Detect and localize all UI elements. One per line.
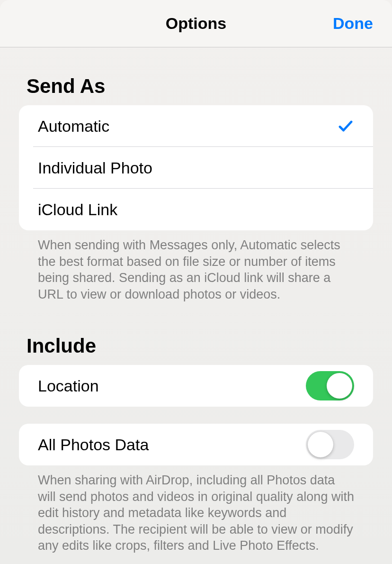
- include-footer-text: When sharing with AirDrop, including all…: [19, 465, 373, 554]
- include-location-label: Location: [38, 377, 99, 395]
- include-location-row[interactable]: Location: [19, 365, 373, 407]
- send-as-option-automatic[interactable]: Automatic: [19, 105, 373, 147]
- send-as-group: Automatic Individual Photo iCloud Link: [19, 105, 373, 230]
- send-as-option-individual-photo[interactable]: Individual Photo: [19, 147, 373, 189]
- send-as-footer-text: When sending with Messages only, Automat…: [19, 230, 373, 302]
- navigation-bar: Options Done: [0, 0, 392, 47]
- send-as-option-label: Individual Photo: [38, 159, 152, 177]
- send-as-section-header: Send As: [19, 75, 373, 98]
- send-as-option-label: iCloud Link: [38, 200, 117, 219]
- page-title: Options: [166, 14, 226, 33]
- include-all-photos-data-group: All Photos Data: [19, 424, 373, 465]
- include-section-header: Include: [19, 335, 373, 357]
- send-as-option-label: Automatic: [38, 117, 109, 136]
- checkmark-icon: [337, 118, 354, 135]
- include-location-group: Location: [19, 365, 373, 407]
- done-button[interactable]: Done: [333, 14, 373, 33]
- include-all-photos-data-label: All Photos Data: [38, 436, 149, 454]
- toggle-knob: [308, 432, 333, 457]
- location-toggle[interactable]: [306, 371, 354, 400]
- include-all-photos-data-row[interactable]: All Photos Data: [19, 424, 373, 465]
- toggle-knob: [327, 373, 352, 399]
- content-area: Send As Automatic Individual Photo iClou…: [0, 75, 392, 554]
- all-photos-data-toggle[interactable]: [306, 430, 354, 459]
- send-as-option-icloud-link[interactable]: iCloud Link: [19, 189, 373, 230]
